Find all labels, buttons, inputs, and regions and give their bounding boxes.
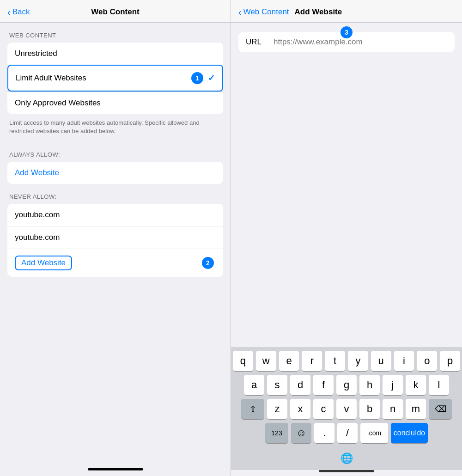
globe-icon: 🌐 [340,452,353,464]
step-3-badge: 3 [340,26,353,38]
add-website-never-label: Add Website [21,258,66,267]
key-x[interactable]: x [290,399,310,419]
key-i[interactable]: i [394,351,414,371]
web-content-section-header: WEB CONTENT [7,32,223,39]
only-approved-label: Only Approved Websites [15,98,101,108]
key-b[interactable]: b [359,399,380,419]
right-spacer [231,52,462,347]
keyboard-row-3: ⇧ z x c v b n m ⌫ [233,399,460,419]
key-n[interactable]: n [383,399,403,419]
numbers-key[interactable]: 123 [265,423,288,443]
keyboard-row-2: a s d f g h j k l [233,375,460,395]
add-website-always-label: Add Website [15,168,59,177]
key-p[interactable]: p [440,351,460,371]
always-allow-section: ALWAYS ALLOW: Add Website [7,151,223,184]
limit-adult-option[interactable]: Limit Adult Websites 1 ✓ [7,65,223,92]
key-d[interactable]: d [290,375,310,395]
add-website-always-btn[interactable]: Add Website [7,162,223,184]
key-y[interactable]: y [348,351,368,371]
key-v[interactable]: v [336,399,357,419]
never-allow-card: youtube.com youtube.com Add Website 2 [7,204,223,277]
key-z[interactable]: z [267,399,287,419]
only-approved-card: Only Approved Websites [7,92,223,114]
key-m[interactable]: m [406,399,426,419]
key-o[interactable]: o [417,351,437,371]
description-text: Limit access to many adult websites auto… [7,114,223,142]
right-home-indicator [319,470,374,472]
dotcom-key[interactable]: .com [360,423,388,443]
right-back-button[interactable]: ‹ Web Content [238,7,289,17]
right-back-chevron-icon: ‹ [238,7,242,17]
key-w[interactable]: w [256,351,276,371]
key-t[interactable]: t [325,351,345,371]
left-content-area: WEB CONTENT Unrestricted Limit Adult Web… [0,23,231,468]
url-input[interactable] [274,37,447,47]
right-back-label: Web Content [243,7,289,17]
limit-adult-right: 1 ✓ [191,72,215,84]
back-chevron-icon: ‹ [7,7,11,17]
never-allow-item-2[interactable]: youtube.com [7,226,223,249]
never-allow-section: NEVER ALLOW: youtube.com youtube.com Add… [7,193,223,277]
unrestricted-option[interactable]: Unrestricted [7,43,223,65]
unrestricted-label: Unrestricted [15,49,57,58]
key-f[interactable]: f [313,375,334,395]
right-nav-bar: ‹ Web Content Add Website [231,0,462,23]
url-input-container: 3 URL [238,32,455,52]
right-panel: ‹ Web Content Add Website 3 URL q w e r … [231,0,462,476]
limit-adult-label: Limit Adult Websites [16,73,86,83]
key-r[interactable]: r [302,351,322,371]
page-title: Web Content [91,7,140,17]
slash-key[interactable]: / [337,423,358,443]
back-label: Back [12,7,30,17]
always-allow-card: Add Website [7,162,223,184]
key-j[interactable]: j [383,375,403,395]
key-h[interactable]: h [359,375,380,395]
never-allow-item-1[interactable]: youtube.com [7,204,223,226]
unrestricted-card: Unrestricted [7,43,223,65]
keyboard-row-1: q w e r t y u i o p [233,351,460,371]
left-panel: ‹ Back Web Content WEB CONTENT Unrestric… [0,0,231,476]
key-l[interactable]: l [429,375,449,395]
add-website-never-container: Add Website 2 [7,249,223,277]
never-allow-header: NEVER ALLOW: [7,193,223,200]
url-label: URL [246,37,264,47]
always-allow-header: ALWAYS ALLOW: [7,151,223,158]
right-bottom-bar: 🌐 [231,449,462,470]
backspace-key[interactable]: ⌫ [429,399,452,419]
left-nav-bar: ‹ Back Web Content [0,0,231,23]
key-q[interactable]: q [233,351,253,371]
keyboard: q w e r t y u i o p a s d f g h j k l ⇧ … [231,347,462,449]
dot-key[interactable]: . [314,423,334,443]
step-2-badge: 2 [202,257,214,269]
key-g[interactable]: g [336,375,357,395]
back-button[interactable]: ‹ Back [7,7,30,17]
key-u[interactable]: u [371,351,391,371]
key-a[interactable]: a [244,375,264,395]
done-key[interactable]: concluído [391,423,428,443]
key-s[interactable]: s [267,375,287,395]
only-approved-option[interactable]: Only Approved Websites [7,92,223,114]
checkmark-icon: ✓ [208,73,215,83]
add-website-never-btn[interactable]: Add Website [15,256,72,270]
keyboard-row-bottom: 123 ☺ . / .com concluído [233,423,460,443]
key-k[interactable]: k [406,375,426,395]
left-home-indicator [88,468,143,470]
key-e[interactable]: e [279,351,299,371]
limit-adult-selected-container: Limit Adult Websites 1 ✓ [7,65,223,92]
right-page-title: Add Website [295,7,342,17]
emoji-key[interactable]: ☺ [291,423,311,443]
shift-key[interactable]: ⇧ [241,399,264,419]
key-c[interactable]: c [313,399,334,419]
step-1-badge: 1 [191,72,203,84]
